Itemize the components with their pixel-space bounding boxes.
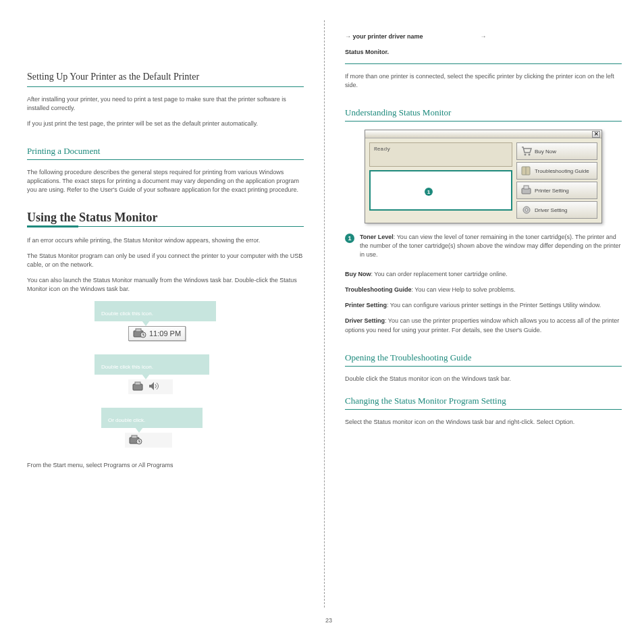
column-divider bbox=[324, 20, 325, 608]
item-body: : You can order replacement toner cartri… bbox=[371, 271, 508, 277]
callout-label-3: Or double click. bbox=[101, 408, 203, 428]
open-troubleshoot-heading: Opening the Troubleshooting Guide bbox=[345, 352, 622, 363]
item-body: : You can configure various printer sett… bbox=[387, 302, 601, 308]
toner-level-bullet: 1 Toner Level: You can view the level of… bbox=[345, 233, 622, 266]
understand-desc-1: If more than one printer is connected, s… bbox=[345, 72, 622, 90]
button-label: Driver Setting bbox=[535, 207, 567, 213]
thick-divider bbox=[27, 226, 304, 227]
buynow-text: Buy Now: You can order replacement toner… bbox=[345, 270, 622, 279]
svg-rect-6 bbox=[132, 435, 137, 438]
change-setting-text: Select the Status monitor icon on the Wi… bbox=[345, 418, 622, 427]
svg-rect-1 bbox=[136, 329, 141, 331]
status-desc-1: If an error occurs while printing, the S… bbox=[27, 236, 304, 245]
callout-number-badge: 1 bbox=[425, 188, 433, 196]
callout-tail bbox=[142, 374, 150, 379]
status-note: The Status Monitor program can only be u… bbox=[27, 252, 304, 269]
svg-point-9 bbox=[529, 154, 531, 156]
divider-line bbox=[345, 121, 622, 122]
gear-icon bbox=[520, 204, 533, 216]
divider-line bbox=[345, 63, 622, 64]
callout-label-1: Double click this icon. bbox=[95, 301, 216, 321]
item-head: Troubleshooting Guide bbox=[345, 286, 412, 293]
svg-rect-4 bbox=[135, 382, 140, 385]
printer-setting-button[interactable]: Printer Setting bbox=[516, 182, 597, 199]
item-head: Printer Setting bbox=[345, 302, 387, 308]
open-troubleshoot-text: Double click the Status monitor icon on … bbox=[345, 375, 622, 383]
status-text-box: Ready bbox=[369, 142, 512, 167]
status-monitor-tray-icon[interactable] bbox=[132, 381, 146, 392]
status-monitor-heading: Using the Status Monitor bbox=[27, 211, 304, 225]
close-icon: ✕ bbox=[594, 131, 599, 137]
divider-line bbox=[345, 409, 622, 410]
volume-icon[interactable] bbox=[149, 381, 159, 392]
status-monitor-window: ✕ Ready 1 Bu bbox=[365, 130, 602, 223]
taskbar-clock-box[interactable]: 11:09 PM bbox=[128, 326, 186, 341]
taskbar-time: 11:09 PM bbox=[149, 329, 181, 338]
driver-setting-button[interactable]: Driver Setting bbox=[516, 201, 597, 219]
taskbar-box-2 bbox=[128, 379, 173, 394]
printer-icon bbox=[520, 184, 533, 196]
print-heading: Printing a Document bbox=[27, 146, 304, 157]
callout-label-2: Double click this icon. bbox=[95, 354, 209, 375]
svg-rect-13 bbox=[524, 186, 529, 189]
setup-step: If you just print the test page, the pri… bbox=[27, 119, 304, 128]
button-label: Buy Now bbox=[535, 149, 556, 155]
status-monitor-tray-icon[interactable] bbox=[133, 328, 146, 339]
print-desc: The following procedure describes the ge… bbox=[27, 168, 304, 194]
item-head: Buy Now bbox=[345, 271, 371, 277]
cart-icon bbox=[520, 145, 533, 157]
close-button[interactable]: ✕ bbox=[592, 131, 600, 138]
bullet-heading: Toner Level bbox=[360, 234, 394, 240]
setup-heading: Setting Up Your Printer as the Default P… bbox=[27, 72, 304, 82]
item-body: : You can view Help to solve problems. bbox=[412, 286, 516, 293]
arrow-icon: → bbox=[345, 33, 351, 40]
toner-level-callout: 1 bbox=[369, 170, 512, 211]
path-segment-2: Status Monitor. bbox=[345, 48, 622, 57]
understand-heading: Understanding Status Monitor bbox=[345, 107, 622, 118]
change-setting-heading: Changing the Status Monitor Program Sett… bbox=[345, 396, 622, 406]
bullet-body: : You can view the level of toner remain… bbox=[360, 234, 621, 258]
callout-tail bbox=[135, 427, 143, 433]
button-label: Printer Setting bbox=[535, 188, 569, 194]
toner-level-text: Toner Level: You can view the level of t… bbox=[360, 233, 622, 259]
status-monitor-tray-icon[interactable] bbox=[129, 435, 142, 446]
button-label: Troubleshooting Guide bbox=[535, 168, 589, 174]
taskbar-box-3 bbox=[125, 433, 172, 448]
setup-desc: After installing your printer, you need … bbox=[27, 95, 304, 113]
arrow-icon: → bbox=[481, 33, 487, 40]
divider-line bbox=[27, 159, 304, 160]
window-titlebar: ✕ bbox=[365, 130, 601, 138]
page-number: 23 bbox=[325, 617, 332, 624]
book-icon bbox=[520, 165, 533, 177]
dsetting-text: Driver Setting: You can use the printer … bbox=[345, 317, 622, 334]
psetting-text: Printer Setting: You can configure vario… bbox=[345, 301, 622, 310]
svg-point-15 bbox=[525, 209, 528, 211]
status-monitor-label: Status Monitor. bbox=[345, 49, 389, 55]
svg-point-8 bbox=[525, 154, 527, 156]
bullet-number: 1 bbox=[345, 234, 354, 243]
status-desc-2: You can also launch the Status Monitor m… bbox=[27, 276, 304, 294]
item-body: : You can use the printer properties win… bbox=[345, 317, 619, 333]
callout-tail bbox=[142, 321, 150, 326]
troubleshooting-button[interactable]: Troubleshooting Guide bbox=[516, 162, 597, 180]
top-path-line: → your printer driver name → bbox=[345, 32, 622, 41]
bottom-path-text: From the Start menu, select Programs or … bbox=[27, 461, 304, 470]
path-segment-1: your printer driver name bbox=[353, 33, 423, 40]
divider-line bbox=[27, 86, 304, 87]
item-head: Driver Setting bbox=[345, 317, 385, 324]
divider-line bbox=[345, 366, 622, 367]
trouble-text: Troubleshooting Guide: You can view Help… bbox=[345, 286, 622, 294]
buy-now-button[interactable]: Buy Now bbox=[516, 142, 597, 160]
